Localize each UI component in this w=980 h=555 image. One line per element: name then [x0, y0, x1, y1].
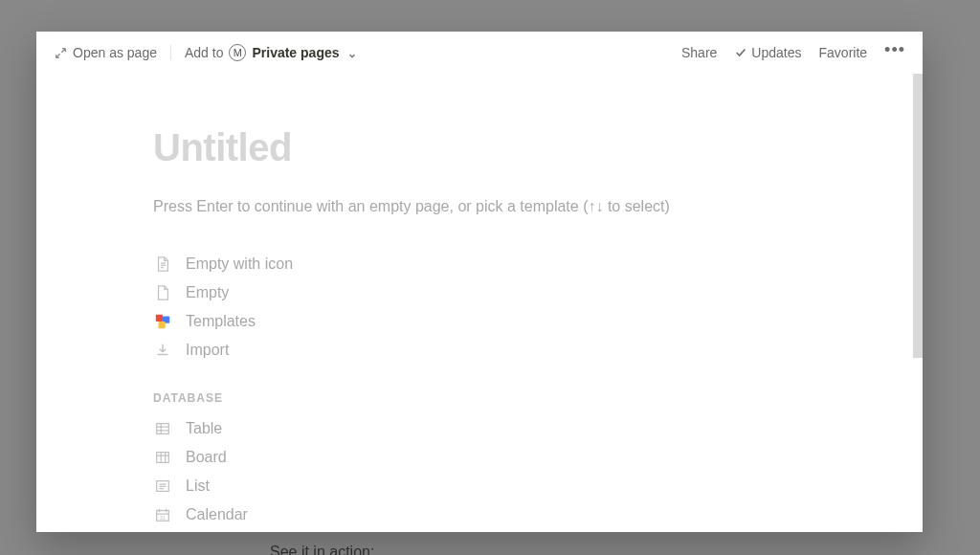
- option-label: Import: [186, 342, 229, 359]
- option-label: Table: [186, 420, 222, 437]
- template-hint: Press Enter to continue with an empty pa…: [153, 198, 806, 215]
- option-label: Templates: [186, 313, 256, 330]
- calendar-icon: 31: [153, 505, 172, 524]
- updates-button[interactable]: Updates: [734, 45, 801, 60]
- page-modal: Open as page Add to M Private pages Shar…: [36, 32, 923, 532]
- option-label: Empty: [186, 284, 229, 301]
- option-label: List: [186, 477, 210, 495]
- svg-rect-2: [159, 322, 166, 328]
- content: Untitled Press Enter to continue with an…: [36, 74, 923, 532]
- database-header: DATABASE: [153, 391, 806, 405]
- database-option-list[interactable]: List: [153, 472, 806, 500]
- svg-rect-4: [157, 453, 169, 463]
- svg-rect-0: [156, 315, 163, 322]
- topbar: Open as page Add to M Private pages Shar…: [36, 32, 923, 74]
- add-to-dropdown[interactable]: Add to M Private pages: [171, 44, 357, 61]
- scrollbar[interactable]: [913, 74, 923, 532]
- option-import[interactable]: Import: [153, 336, 806, 365]
- add-to-label: Add to: [185, 45, 223, 60]
- content-scroll: Untitled Press Enter to continue with an…: [36, 74, 923, 532]
- check-icon: [734, 46, 747, 59]
- list-icon: [153, 477, 172, 496]
- database-option-table[interactable]: Table: [153, 414, 806, 443]
- option-label: Calendar: [186, 506, 248, 523]
- topbar-left: Open as page Add to M Private pages: [54, 44, 357, 61]
- page-icon: [153, 283, 172, 302]
- expand-icon: [54, 46, 67, 59]
- svg-rect-3: [157, 424, 169, 434]
- database-option-board[interactable]: Board: [153, 443, 806, 472]
- option-label: Empty with icon: [186, 255, 293, 273]
- background-text: See it in action:: [270, 544, 374, 555]
- destination-label: Private pages: [252, 45, 339, 60]
- share-button[interactable]: Share: [681, 45, 717, 60]
- favorite-button[interactable]: Favorite: [819, 45, 868, 60]
- chevron-down-icon: [347, 48, 357, 57]
- more-menu-button[interactable]: •••: [884, 41, 905, 64]
- workspace-badge: M: [229, 44, 246, 61]
- page-title[interactable]: Untitled: [153, 126, 806, 169]
- templates-icon: [153, 312, 172, 331]
- option-templates[interactable]: Templates: [153, 307, 806, 336]
- table-icon: [153, 419, 172, 438]
- open-as-page-button[interactable]: Open as page: [54, 45, 171, 60]
- updates-label: Updates: [751, 45, 801, 60]
- scrollbar-thumb[interactable]: [913, 74, 923, 358]
- import-icon: [153, 341, 172, 360]
- board-icon: [153, 448, 172, 467]
- open-as-page-label: Open as page: [73, 45, 157, 60]
- svg-text:31: 31: [160, 515, 166, 521]
- options-list: Empty with icon Empty: [153, 250, 806, 365]
- database-option-calendar[interactable]: 31 Calendar: [153, 500, 806, 529]
- page-with-lines-icon: [153, 255, 172, 274]
- topbar-right: Share Updates Favorite •••: [681, 41, 905, 64]
- option-label: Board: [186, 449, 227, 466]
- option-empty[interactable]: Empty: [153, 278, 806, 307]
- option-empty-with-icon[interactable]: Empty with icon: [153, 250, 806, 278]
- database-list: Table Board: [153, 414, 806, 529]
